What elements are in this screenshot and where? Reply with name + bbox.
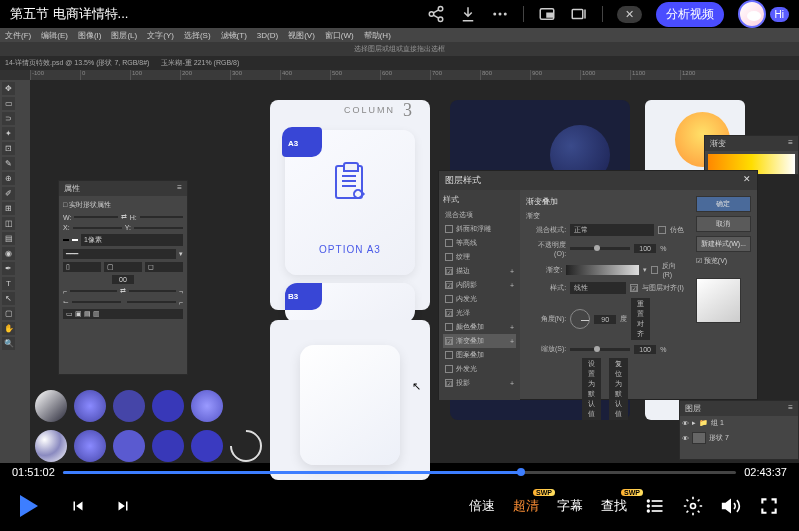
analyze-video-button[interactable]: 分析视频 (656, 2, 724, 27)
corner-tr[interactable] (129, 290, 176, 292)
scale-slider[interactable] (570, 348, 630, 351)
fullscreen-icon[interactable] (759, 496, 779, 516)
menu-image[interactable]: 图像(I) (78, 30, 102, 41)
menu-file[interactable]: 文件(F) (5, 30, 31, 41)
style-bevel[interactable]: 斜面和浮雕 (443, 222, 516, 236)
progress-bar[interactable] (63, 471, 736, 474)
swatch[interactable] (35, 430, 67, 462)
menu-select[interactable]: 选择(S) (184, 30, 211, 41)
swatch[interactable] (113, 430, 145, 462)
menu-help[interactable]: 帮助(H) (364, 30, 391, 41)
stroke-align[interactable]: ▯ (63, 262, 101, 272)
gradient-tool[interactable]: ▤ (2, 232, 15, 245)
pip-icon[interactable] (538, 5, 556, 23)
swatch[interactable] (191, 390, 223, 422)
prev-button[interactable] (68, 496, 88, 516)
theater-icon[interactable] (570, 5, 588, 23)
angle-input[interactable]: 90 (594, 315, 616, 324)
layer-row[interactable]: 👁形状 7 (680, 430, 798, 446)
doc-tab-1[interactable]: 14-详情页特效.psd @ 13.5% (形状 7, RGB/8#) (5, 58, 149, 68)
close-button[interactable]: ✕ (617, 6, 642, 23)
panel-menu-icon[interactable]: ≡ (788, 138, 793, 149)
wand-tool[interactable]: ✦ (2, 127, 15, 140)
style-blend[interactable]: 混合选项 (443, 208, 516, 222)
menu-view[interactable]: 视图(V) (288, 30, 315, 41)
set-default-button[interactable]: 设置为默认值 (582, 358, 601, 420)
settings-icon[interactable] (683, 496, 703, 516)
stroke-type[interactable]: ━━━ (63, 249, 176, 259)
subtitle-button[interactable]: 字幕 (557, 497, 583, 515)
stroke-cap[interactable]: ▢ (104, 262, 142, 272)
height-input[interactable] (140, 216, 183, 218)
swatch[interactable] (191, 430, 223, 462)
swatch[interactable] (152, 430, 184, 462)
zoom-tool[interactable]: 🔍 (2, 337, 15, 350)
style-patternoverlay[interactable]: 图案叠加 (443, 348, 516, 362)
stroke-width[interactable]: 1像素 (81, 234, 183, 246)
layer-row[interactable]: 👁▸📁组 1 (680, 416, 798, 430)
preview-checkbox[interactable]: ☑ 预览(V) (696, 256, 751, 266)
style-dropshadow[interactable]: ☑投影+ (443, 376, 516, 390)
next-button[interactable] (113, 496, 133, 516)
width-input[interactable] (74, 216, 117, 218)
style-innerglow[interactable]: 内发光 (443, 292, 516, 306)
download-icon[interactable] (459, 5, 477, 23)
marquee-tool[interactable]: ▭ (2, 97, 15, 110)
swatch[interactable] (74, 390, 106, 422)
corner-input[interactable]: 00 (112, 275, 134, 284)
eraser-tool[interactable]: ◫ (2, 217, 15, 230)
blur-tool[interactable]: ◉ (2, 247, 15, 260)
stroke-color[interactable] (72, 239, 78, 241)
style-satin[interactable]: ☑光泽 (443, 306, 516, 320)
path-tool[interactable]: ↖ (2, 292, 15, 305)
angle-dial[interactable] (570, 309, 590, 329)
x-input[interactable] (73, 227, 122, 229)
new-style-button[interactable]: 新建样式(W)... (696, 236, 751, 252)
panel-menu-icon[interactable]: ≡ (177, 183, 182, 194)
fill-color[interactable] (63, 239, 69, 241)
menu-layer[interactable]: 图层(L) (111, 30, 137, 41)
opacity-input[interactable]: 100 (634, 244, 656, 253)
menu-3d[interactable]: 3D(D) (257, 31, 278, 40)
corner-tl[interactable] (70, 290, 117, 292)
swatch[interactable] (35, 390, 67, 422)
style-select[interactable]: 线性 (570, 282, 626, 294)
hand-tool[interactable]: ✋ (2, 322, 15, 335)
stamp-tool[interactable]: ⊞ (2, 202, 15, 215)
reset-default-button[interactable]: 复位为默认值 (609, 358, 628, 420)
doc-tab-2[interactable]: 玉米糊-重 221% (RGB/8) (161, 58, 239, 68)
volume-icon[interactable] (721, 496, 741, 516)
y-input[interactable] (134, 227, 183, 229)
swatch[interactable] (223, 423, 268, 468)
style-contour[interactable]: 等高线 (443, 236, 516, 250)
opacity-slider[interactable] (570, 247, 630, 250)
close-icon[interactable]: ✕ (743, 174, 751, 187)
playlist-icon[interactable] (645, 496, 665, 516)
menu-filter[interactable]: 滤镜(T) (221, 30, 247, 41)
reset-align-button[interactable]: 重置对齐 (631, 298, 650, 340)
swatch[interactable] (113, 390, 145, 422)
style-innershadow[interactable]: ☑内阴影+ (443, 278, 516, 292)
blend-mode-select[interactable]: 正常 (570, 224, 654, 236)
shape-tool[interactable]: ▢ (2, 307, 15, 320)
ok-button[interactable]: 确定 (696, 196, 751, 212)
corner-br[interactable] (127, 301, 176, 303)
style-stroke[interactable]: ☑描边+ (443, 264, 516, 278)
quality-button[interactable]: 超清SWP (513, 497, 539, 515)
cancel-button[interactable]: 取消 (696, 216, 751, 232)
lasso-tool[interactable]: ⊃ (2, 112, 15, 125)
scale-input[interactable]: 100 (634, 345, 656, 354)
style-gradientoverlay[interactable]: ☑渐变叠加+ (443, 334, 516, 348)
heal-tool[interactable]: ⊕ (2, 172, 15, 185)
panel-menu-icon[interactable]: ≡ (788, 403, 793, 414)
style-coloroverlay[interactable]: 颜色叠加+ (443, 320, 516, 334)
brush-tool[interactable]: ✐ (2, 187, 15, 200)
move-tool[interactable]: ✥ (2, 82, 15, 95)
style-outerglow[interactable]: 外发光 (443, 362, 516, 376)
type-tool[interactable]: T (2, 277, 15, 290)
play-button[interactable] (20, 495, 38, 517)
path-ops[interactable]: ▭ ▣ ▤ ▥ (63, 309, 183, 319)
avatar[interactable] (738, 0, 766, 28)
swatch[interactable] (74, 430, 106, 462)
speed-button[interactable]: 倍速 (469, 497, 495, 515)
